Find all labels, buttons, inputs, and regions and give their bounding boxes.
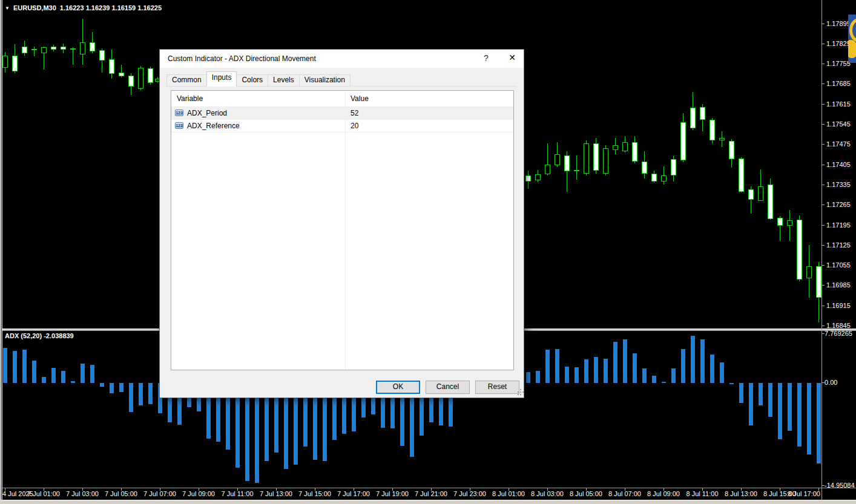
candle — [748, 189, 754, 200]
price-label: 1.17615 — [826, 100, 851, 108]
time-label: 7 Jul 17:00 — [337, 490, 370, 497]
histogram-bar — [32, 361, 36, 383]
price-label: 1.17195 — [826, 221, 851, 229]
histogram-bar — [526, 372, 530, 383]
window-bottom-edge — [0, 500, 856, 504]
candle — [758, 186, 763, 201]
header-value: Value — [351, 94, 369, 103]
resize-grip[interactable] — [518, 391, 519, 393]
time-label: 8 Jul 07:00 — [608, 490, 641, 497]
histogram-bar — [729, 383, 734, 384]
indicator-label: ADX (52,20) -2.038839 — [5, 332, 74, 339]
tab-common[interactable]: Common — [166, 74, 207, 87]
candle — [690, 108, 696, 128]
price-label: 1.17545 — [826, 120, 851, 128]
help-icon[interactable]: ? — [479, 53, 493, 65]
reset-button[interactable]: Reset — [475, 381, 519, 394]
price-tick — [821, 83, 825, 84]
histogram-bar — [700, 339, 705, 383]
histogram-bar — [71, 381, 75, 383]
time-label: 8 Jul 05:00 — [570, 490, 602, 497]
histogram-bar — [148, 383, 153, 404]
time-label: 8 Jul 01:00 — [492, 490, 525, 497]
broker-logo-fragment — [848, 15, 856, 63]
price-label: 1.17405 — [826, 161, 851, 168]
candle — [700, 107, 705, 120]
cancel-button[interactable]: Cancel — [426, 381, 470, 394]
histogram-bar — [22, 350, 27, 383]
time-label: 7 Jul 19:00 — [376, 490, 409, 497]
price-tick — [821, 326, 825, 326]
candle — [729, 141, 734, 159]
time-label: 7 Jul 15:00 — [298, 490, 331, 497]
candle — [739, 159, 744, 192]
histogram-bar — [642, 368, 647, 383]
histogram-bar — [749, 383, 753, 425]
candle — [622, 142, 628, 151]
price-label: 1.16915 — [826, 302, 851, 309]
custom-indicator-dialog: Custom Indicator - ADX Directional Movem… — [159, 49, 524, 398]
histogram-bar — [807, 383, 811, 454]
price-label: 1.17685 — [826, 80, 851, 87]
candle — [642, 162, 647, 174]
candle — [613, 145, 618, 150]
candle — [593, 143, 599, 171]
candle — [99, 50, 105, 61]
price-tick — [821, 225, 825, 226]
histogram-bar — [720, 362, 724, 383]
table-row[interactable]: 123ADX_Reference20 — [171, 120, 513, 133]
time-label: 8 Jul 17:00 — [788, 490, 820, 497]
time-label: 8 Jul 13:00 — [725, 490, 757, 497]
candle — [719, 138, 725, 140]
time-label: 7 Jul 07:00 — [143, 490, 176, 497]
candle — [680, 122, 686, 160]
histogram-bar — [536, 371, 540, 383]
candle — [22, 47, 27, 53]
price-label: 1.17755 — [826, 60, 851, 67]
histogram-bar — [604, 359, 608, 383]
time-label: 7 Jul 21:00 — [415, 490, 447, 497]
variable-value[interactable]: 20 — [351, 122, 358, 130]
symbol-dropdown-icon[interactable]: ▼ — [5, 5, 10, 11]
price-label: 1.17265 — [826, 201, 851, 208]
candle — [148, 68, 153, 83]
candle — [584, 143, 589, 174]
candle — [109, 59, 114, 74]
ok-button[interactable]: OK — [376, 381, 420, 394]
candle — [797, 220, 802, 280]
histogram-bar — [565, 367, 569, 383]
table-row[interactable]: 123ADX_Period52 — [171, 107, 513, 120]
close-icon[interactable]: ✕ — [504, 53, 520, 65]
histogram-bar — [13, 351, 17, 383]
variable-value[interactable]: 52 — [351, 109, 358, 117]
candle — [555, 154, 560, 165]
candle — [574, 170, 579, 171]
tab-colors[interactable]: Colors — [236, 74, 268, 87]
price-tick — [821, 306, 825, 306]
histogram-bar — [129, 383, 133, 412]
mt4-chart-window: ▼ EURUSD,M30 1.16223 1.16239 1.16159 1.1… — [0, 0, 856, 504]
window-left-edge — [0, 0, 2, 504]
symbol-label: EURUSD,M30 — [13, 4, 56, 11]
histogram-bar — [81, 364, 85, 383]
dialog-titlebar[interactable]: Custom Indicator - ADX Directional Movem… — [160, 50, 524, 68]
candle-wick — [73, 47, 73, 65]
tab-levels[interactable]: Levels — [268, 74, 300, 87]
candle — [661, 175, 667, 182]
candle — [806, 266, 812, 278]
price-tick — [821, 285, 825, 286]
price-label: 1.17055 — [826, 261, 851, 269]
candle — [138, 68, 143, 89]
variable-name: ADX_Reference — [187, 122, 240, 130]
candle — [671, 159, 676, 175]
table-header: Variable Value — [171, 91, 513, 107]
tab-visualization[interactable]: Visualization — [299, 74, 351, 87]
histogram-bar — [51, 368, 56, 383]
time-label: 8 Jul 09:00 — [647, 490, 680, 497]
price-label: 1.17895 — [826, 20, 851, 27]
tab-inputs[interactable]: Inputs — [206, 71, 237, 87]
price-tick — [821, 24, 825, 24]
candle — [2, 56, 8, 68]
histogram-bar — [778, 383, 782, 439]
time-label: 7 Jul 01:00 — [27, 490, 60, 497]
